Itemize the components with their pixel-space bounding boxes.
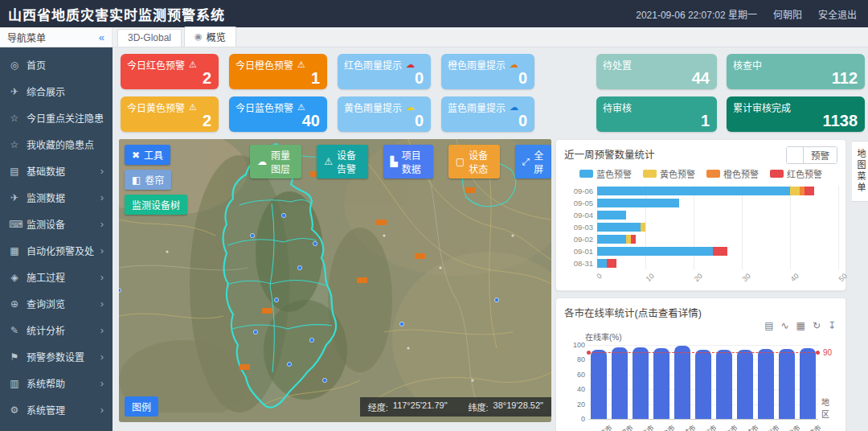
city-bar[interactable]	[779, 349, 795, 419]
yellow-warning-card[interactable]: 今日黄色预警⚠2	[121, 96, 219, 132]
sidebar-item[interactable]: ◎首页	[0, 51, 113, 78]
swipe-button[interactable]: ◧卷帘	[125, 170, 171, 190]
download-icon[interactable]: ↧	[828, 321, 836, 330]
sidebar-item[interactable]: ✈综合展示	[0, 78, 113, 105]
weekly-warning-panel: 近一周预警数量统计 预警 蓝色预警黄色预警橙色预警红色预警 09-0609-05…	[555, 139, 846, 291]
sidebar-item[interactable]: ⌨监测设备›	[0, 211, 113, 237]
sidebar-item[interactable]: ✈监测数据›	[0, 184, 113, 211]
category-label: 09-02	[564, 235, 597, 244]
legend-item[interactable]: 橙色预警	[706, 167, 759, 180]
card-label: 今日橙色预警	[235, 58, 293, 72]
city-bar[interactable]	[695, 350, 711, 419]
y-tick-label: 0	[581, 415, 585, 423]
city-bar[interactable]	[653, 348, 669, 419]
device-status-button[interactable]: ▢设备状态	[448, 145, 500, 179]
bar-segment	[607, 259, 616, 268]
pending-review-card[interactable]: 待审核1	[596, 96, 717, 132]
tab-概览[interactable]: ◉概览	[184, 27, 236, 47]
data-view-icon[interactable]: ▤	[764, 321, 773, 330]
card-value: 0	[415, 69, 424, 88]
card-value: 0	[415, 112, 424, 130]
card-value: 112	[832, 69, 858, 88]
card-value: 2	[203, 112, 211, 130]
fullscreen-button[interactable]: ⤢全屏	[515, 145, 551, 179]
orange-warning-card[interactable]: 今日橙色预警⚠1	[229, 54, 327, 89]
sidebar-item-label: 我收藏的隐患点	[27, 138, 94, 151]
legend-swatch	[579, 170, 593, 178]
bar-chart-icon[interactable]: ▦	[796, 321, 805, 330]
x-axis-label: 地区	[821, 396, 829, 420]
filter-empty-segment[interactable]	[787, 147, 803, 163]
sidebar-item[interactable]: ▦自动化预警及处置›	[0, 237, 113, 264]
sidebar-item[interactable]: ⊕查询浏览›	[0, 290, 113, 317]
line-chart-icon[interactable]: ∿	[780, 321, 788, 330]
stacked-bar	[597, 259, 616, 268]
sidebar-item[interactable]: ▤基础数据›	[0, 158, 113, 184]
legend-swatch	[770, 170, 784, 178]
map-menu-vertical-tab[interactable]: 地图菜单	[852, 141, 868, 202]
map-button-label: 全屏	[534, 148, 544, 175]
city-bar[interactable]	[612, 347, 628, 419]
city-bar[interactable]	[758, 349, 774, 419]
blue-warning-card[interactable]: 今日蓝色预警⚠40	[229, 96, 327, 132]
sidebar-item-label: 今日重点关注隐患点	[27, 111, 104, 125]
device-alarm-button[interactable]: ⚠设备告警	[317, 145, 367, 179]
city-bar[interactable]	[591, 350, 607, 419]
chevron-right-icon: ›	[100, 324, 104, 336]
refresh-icon[interactable]: ↻	[813, 321, 821, 330]
legend-item[interactable]: 蓝色预警	[579, 167, 632, 180]
sidebar-item[interactable]: ⚑预警参数设置›	[0, 343, 113, 370]
collapse-sidebar-icon[interactable]: «	[99, 31, 104, 43]
city-bar[interactable]	[800, 348, 816, 419]
total-reviewed-card[interactable]: 累计审核完成1138	[727, 96, 865, 132]
card-label-row: 待审核	[603, 101, 710, 114]
red-rain-card[interactable]: 红色雨量提示☁0	[338, 54, 431, 89]
category-label: 09-05	[564, 199, 597, 207]
logout-link[interactable]: 安全退出	[818, 7, 857, 21]
rain-layer-button[interactable]: ☁雨量图层	[250, 145, 301, 179]
legend-button[interactable]: 图例	[125, 396, 158, 417]
legend-label: 黄色预警	[660, 167, 695, 180]
stacked-bar	[597, 247, 727, 256]
filter-warning-segment[interactable]: 预警	[803, 147, 837, 163]
sidebar-item[interactable]: ☆我收藏的隐患点	[0, 131, 113, 158]
sidebar-item[interactable]: ◈施工过程›	[0, 264, 113, 290]
tab-label: 3D-Global	[128, 32, 171, 43]
blue-rain-card[interactable]: 蓝色雨量提示☁0	[441, 96, 534, 132]
x-tick-label: 20	[693, 272, 704, 283]
legend-item[interactable]: 黄色预警	[643, 167, 695, 180]
chart-bar-row: 08-31	[564, 257, 837, 269]
sidebar-item[interactable]: ☆今日重点关注隐患点	[0, 105, 113, 131]
project-data-button[interactable]: ▙项目数据	[383, 145, 433, 179]
map-container[interactable]: ✖工具◧卷帘监测设备树 ☁雨量图层⚠设备告警▙项目数据▢设备状态⤢全屏 图例 经…	[119, 139, 551, 422]
city-bar[interactable]	[716, 350, 732, 419]
city-bar[interactable]	[737, 350, 753, 419]
sidebar-item[interactable]: ⚙系统管理›	[0, 396, 113, 423]
legend-item[interactable]: 红色预警	[770, 167, 822, 180]
orange-rain-card[interactable]: 橙色雨量提示☁0	[441, 54, 534, 89]
under-verification-card[interactable]: 核查中112	[727, 54, 865, 89]
bar-segment	[597, 223, 641, 232]
city-bar[interactable]	[674, 346, 690, 419]
bar-segment	[631, 235, 636, 244]
device-tree-button[interactable]: 监测设备树	[125, 195, 187, 215]
sidebar-item[interactable]: ✎统计分析›	[0, 317, 113, 343]
tab-3D-Global[interactable]: 3D-Global	[117, 29, 182, 47]
app-title: 山西省地质灾害实时监测预警系统	[0, 4, 225, 24]
yellow-rain-card[interactable]: 黄色雨量提示☁0	[338, 96, 431, 132]
x-label-slot: 朔州市	[693, 421, 714, 431]
current-user[interactable]: 何朝阳	[773, 7, 802, 21]
pending-disposal-card[interactable]: 待处置44	[596, 54, 717, 89]
fullscreen-icon: ⤢	[522, 156, 530, 167]
x-label-slot: 忻州市	[755, 421, 776, 431]
card-label: 黄色雨量提示	[344, 101, 402, 114]
bar-segment	[597, 259, 607, 268]
chevron-right-icon: ›	[100, 404, 104, 416]
sidebar-item-label: 施工过程	[27, 270, 65, 284]
red-warning-card[interactable]: 今日红色预警⚠2	[121, 54, 219, 89]
warning-filter-button[interactable]: 预警	[786, 146, 837, 164]
sidebar-item[interactable]: ▥系统帮助›	[0, 370, 113, 396]
map-button-label: 雨量图层	[271, 148, 294, 175]
city-bar[interactable]	[633, 347, 649, 419]
tools-button[interactable]: ✖工具	[125, 145, 170, 165]
